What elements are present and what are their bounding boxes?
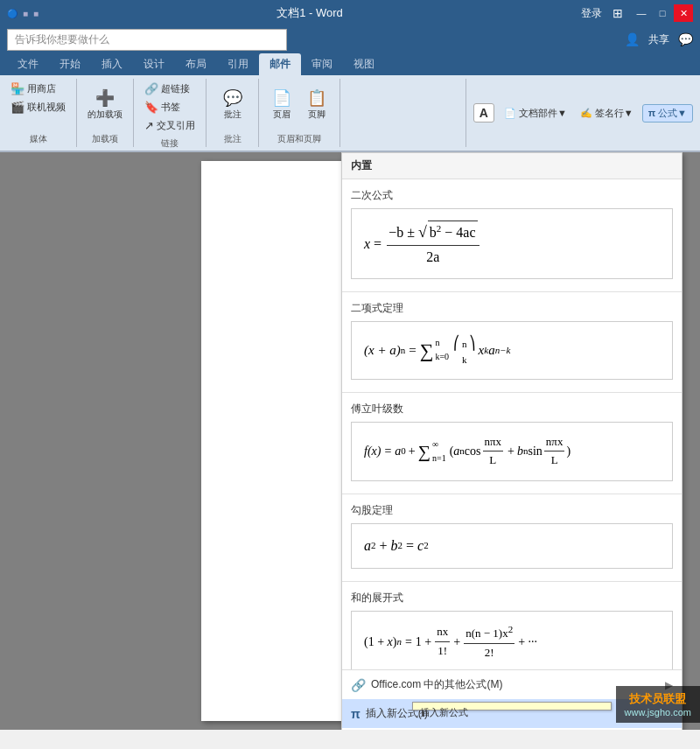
ribbon-group-headerfooter: 📄 页眉 📋 页脚 页眉和页脚 [259,79,340,147]
formula-box-quadratic[interactable]: x = −b ± √b2 − 4ac 2a [351,208,673,279]
tab-layout[interactable]: 布局 [175,53,217,75]
formula-box-fourier[interactable]: f(x) = a0 + ∑ ∞ n=1 ( an cos [351,422,673,482]
user-icon: 👤 [625,32,640,46]
login-button[interactable]: 登录 [581,6,602,21]
section-title-fourier: 傅立叶级数 [351,402,673,416]
signature-button[interactable]: ✍ 签名行▼ [577,105,637,122]
formula-button[interactable]: π 公式▼ [642,104,693,122]
docparts-icon: 📄 [504,108,516,119]
ink-formula-item[interactable]: ✏ 墨迹公式 插入新公式 [342,728,682,730]
group-label-comments: 批注 [224,130,242,145]
bookmark-button[interactable]: 🔖 书签 [141,99,184,116]
ribbon-group-comments: 💬 批注 批注 [206,79,259,147]
hyperlink-icon: 🔗 [144,82,158,95]
section-pythagorean: 勾股定理 a2 + b2 = c2 [342,494,682,581]
share-button[interactable]: 共享 [648,32,669,47]
docparts-button[interactable]: 📄 文档部件▼ [500,104,571,122]
layout-icon[interactable]: ⊞ [612,6,623,20]
bookmark-icon: 🔖 [144,101,158,114]
section-title-expansion: 和的展开式 [351,591,673,606]
tab-insert[interactable]: 插入 [91,53,133,75]
comment-button[interactable]: 💬 批注 [217,88,248,122]
group-label-headerfooter: 页眉和页脚 [277,130,321,145]
text-format-button[interactable]: A [473,103,494,122]
formula-fourier: f(x) = a0 + ∑ ∞ n=1 ( an cos [364,433,660,471]
section-expansion: 和的展开式 (1 + x)n = 1 + nx 1! + [342,582,682,669]
section-binomial: 二项式定理 (x + a)n = ∑ n k=0 ⎛nk⎞ xk [342,292,682,391]
formula-expansion: (1 + x)n = 1 + nx 1! + n(n − 1)x2 2! [364,622,660,662]
footer-icon: 📋 [307,89,326,108]
store-icon: 🏪 [10,82,24,95]
header-button[interactable]: 📄 页眉 [266,88,298,122]
window-title: 文档1 - Word [38,5,581,21]
tab-file[interactable]: 文件 [7,53,49,75]
pi-formula-icon: π [648,108,655,118]
crossref-button[interactable]: ↗ 交叉引用 [141,117,199,134]
group-label-addins: 加载项 [92,130,118,145]
section-title-pythagorean: 勾股定理 [351,503,673,518]
video-icon: 🎬 [10,101,24,114]
section-title-binomial: 二项式定理 [351,301,673,316]
formula-scroll-area[interactable]: 二次公式 x = −b ± √b2 − 4ac 2a [342,179,682,669]
tab-view[interactable]: 视图 [343,53,385,75]
comment-btn-icon: 💬 [223,89,242,108]
section-quadratic: 二次公式 x = −b ± √b2 − 4ac 2a [342,179,682,291]
close-button[interactable]: ✕ [674,4,693,22]
watermark-top: 技术员联盟 [625,691,691,707]
tab-review[interactable]: 审阅 [301,53,343,75]
maximize-button[interactable]: □ [653,4,672,22]
signature-icon: ✍ [580,108,592,119]
crossref-icon: ↗ [144,119,154,132]
dropdown-header: 内置 [342,153,682,179]
addin-icon: ➕ [95,89,115,108]
formula-dropdown: 内置 二次公式 x = −b ± √b2 − 4ac 2a [341,152,682,730]
main-area: 内置 二次公式 x = −b ± √b2 − 4ac 2a [0,152,700,730]
addins-button[interactable]: ➕ 的加载项 [84,88,126,122]
tab-home[interactable]: 开始 [49,53,91,75]
ribbon-group-links: 🔗 超链接 🔖 书签 ↗ 交叉引用 链接 [134,79,206,147]
link-icon: 🔗 [351,678,366,692]
pi-icon: π [351,707,360,721]
text-a-icon: A [480,106,488,120]
tab-references[interactable]: 引用 [217,53,259,75]
ribbon-group-addins2: ➕ 的加载项 加载项 [77,79,134,147]
formula-box-binomial[interactable]: (x + a)n = ∑ n k=0 ⎛nk⎞ xk an−k [351,321,673,379]
online-video-button[interactable]: 🎬 联机视频 [7,99,69,116]
group-label-links: 链接 [161,134,178,150]
tab-design[interactable]: 设计 [133,53,175,75]
section-title-quadratic: 二次公式 [351,188,673,203]
search-bar-input-area[interactable]: 告诉我你想要做什么 [7,29,287,51]
comment-icon[interactable]: 💬 [678,32,693,46]
formula-binomial: (x + a)n = ∑ n k=0 ⎛nk⎞ xk an−k [364,332,660,368]
title-bar: 🔵 ■ ■ 文档1 - Word 登录 ⊞ — □ ✕ [0,0,700,26]
header-icon: 📄 [272,89,291,108]
hyperlink-button[interactable]: 🔗 超链接 [141,80,193,97]
group-label-media: 媒体 [30,130,47,145]
ribbon-content: 🏪 用商店 🎬 联机视频 媒体 ➕ 的加载项 加载项 🔗 超链接 [0,75,700,152]
formula-quadratic: x = −b ± √b2 − 4ac 2a [364,220,660,268]
formula-box-pythagorean[interactable]: a2 + b2 = c2 [351,523,673,569]
tab-mailings[interactable]: 邮件 [259,53,301,75]
formula-pythagorean: a2 + b2 = c2 [364,535,660,557]
store-button[interactable]: 🏪 用商店 [7,80,60,97]
ribbon-tabs: 文件 开始 插入 设计 布局 引用 邮件 审阅 视图 [0,52,700,75]
minimize-button[interactable]: — [632,4,651,22]
section-fourier: 傅立叶级数 f(x) = a0 + ∑ ∞ n=1 ( [342,393,682,494]
document-area: 内置 二次公式 x = −b ± √b2 − 4ac 2a [0,152,700,730]
watermark: 技术员联盟 www.jsgho.com [616,686,700,723]
formula-box-expansion[interactable]: (1 + x)n = 1 + nx 1! + n(n − 1)x2 2! [351,611,673,669]
watermark-bottom: www.jsgho.com [625,707,691,718]
ribbon-group-addins: 🏪 用商店 🎬 联机视频 媒体 [0,79,77,147]
footer-button[interactable]: 📋 页脚 [301,88,332,122]
